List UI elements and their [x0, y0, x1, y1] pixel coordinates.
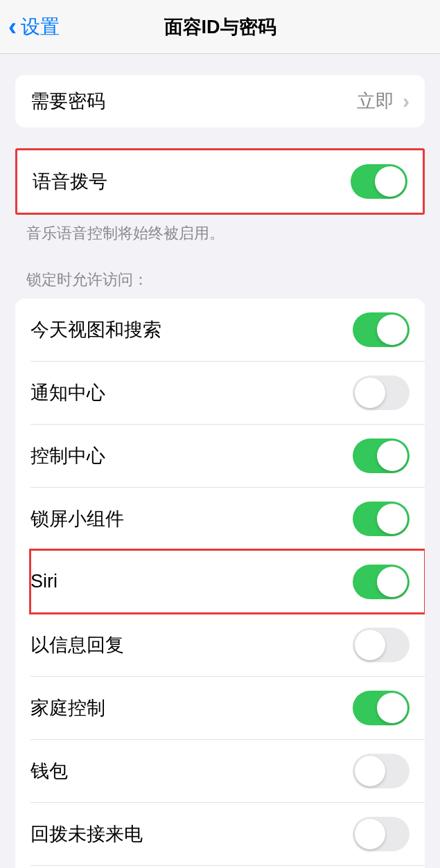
require-passcode-value: 立即: [357, 89, 394, 114]
back-button[interactable]: ‹ 设置: [0, 14, 60, 40]
return-missed-calls-toggle[interactable]: [353, 817, 410, 851]
control-center-toggle[interactable]: [353, 439, 410, 473]
chevron-left-icon: ‹: [8, 15, 17, 39]
siri-row: Siri: [30, 550, 425, 613]
home-control-row: 家庭控制: [30, 676, 425, 739]
lock-screen-widgets-toggle[interactable]: [353, 502, 410, 536]
wallet-label: 钱包: [30, 759, 68, 783]
page-title: 面容ID与密码: [164, 15, 276, 39]
voice-dial-footer: 音乐语音控制将始终被启用。: [0, 215, 440, 245]
lock-screen-widgets-row: 锁屏小组件: [30, 487, 425, 550]
locked-access-group: 今天视图和搜索 通知中心 控制中心 锁屏小组件 Siri 以信息回复 家庭控制: [15, 299, 425, 868]
today-view-toggle[interactable]: [353, 312, 410, 347]
return-missed-calls-label: 回拨未接来电: [30, 822, 143, 847]
wallet-row: 钱包: [30, 739, 425, 802]
reply-with-message-row: 以信息回复: [30, 613, 425, 676]
navigation-header: ‹ 设置 面容ID与密码: [0, 0, 440, 54]
chevron-right-icon: ›: [403, 89, 410, 113]
locked-access-header: 锁定时允许访问：: [0, 245, 440, 299]
reply-with-message-label: 以信息回复: [30, 632, 124, 657]
require-passcode-group: 需要密码 立即 ›: [15, 75, 425, 127]
notification-center-label: 通知中心: [30, 380, 105, 405]
voice-dial-label: 语音拨号: [33, 169, 107, 194]
home-control-label: 家庭控制: [30, 696, 105, 720]
return-missed-calls-row: 回拨未接来电: [30, 802, 425, 865]
reply-with-message-toggle[interactable]: [353, 628, 410, 662]
siri-toggle[interactable]: [353, 565, 410, 599]
row-right: 立即 ›: [357, 89, 410, 114]
home-control-toggle[interactable]: [353, 691, 410, 725]
lock-screen-widgets-label: 锁屏小组件: [30, 506, 124, 531]
notification-center-row: 通知中心: [30, 361, 425, 424]
require-passcode-row[interactable]: 需要密码 立即 ›: [15, 75, 425, 127]
settings-content: 需要密码 立即 › 语音拨号 音乐语音控制将始终被启用。 锁定时允许访问： 今天…: [0, 75, 440, 868]
today-view-row: 今天视图和搜索: [15, 299, 425, 361]
require-passcode-label: 需要密码: [30, 89, 105, 114]
voice-dial-group: 语音拨号: [15, 148, 425, 215]
today-view-label: 今天视图和搜索: [30, 317, 161, 342]
back-label: 设置: [21, 14, 60, 40]
voice-dial-toggle[interactable]: [351, 164, 407, 199]
voice-dial-row: 语音拨号: [17, 150, 423, 213]
notification-center-toggle[interactable]: [353, 375, 410, 410]
usb-accessories-row: USB配件: [30, 865, 425, 868]
control-center-label: 控制中心: [30, 443, 105, 468]
siri-label: Siri: [30, 571, 58, 592]
wallet-toggle[interactable]: [353, 754, 410, 788]
control-center-row: 控制中心: [30, 424, 425, 487]
